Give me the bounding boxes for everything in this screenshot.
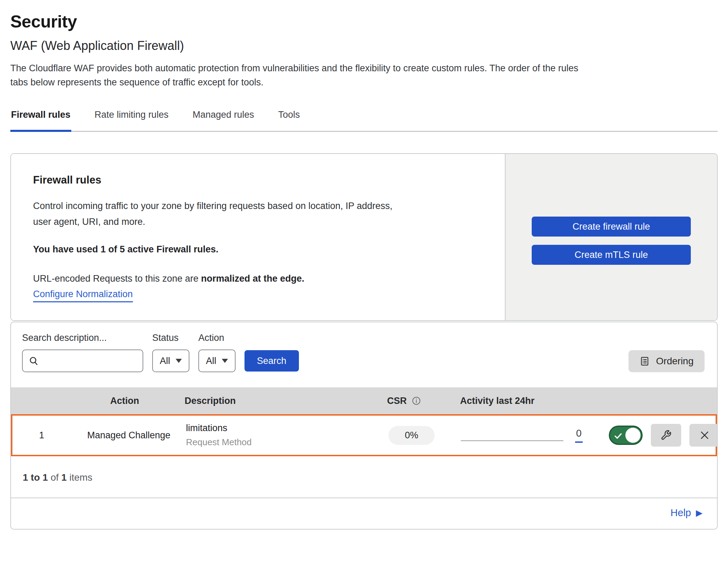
pagination-summary: 1 to 1 of 1 items: [11, 456, 717, 498]
csr-badge: 0%: [388, 426, 435, 445]
rule-csr-cell: 0%: [374, 426, 457, 445]
pagination-items: items: [69, 472, 92, 483]
activity-count-link[interactable]: 0: [575, 428, 583, 443]
create-mtls-rule-button[interactable]: Create mTLS rule: [532, 245, 691, 265]
rule-expression: Request Method: [186, 437, 374, 448]
create-firewall-rule-button[interactable]: Create firewall rule: [532, 217, 691, 237]
pagination-count: 1: [61, 472, 67, 483]
page-description: The Cloudflare WAF provides both automat…: [10, 61, 718, 90]
search-button[interactable]: Search: [245, 350, 299, 372]
configure-normalization-link[interactable]: Configure Normalization: [33, 289, 133, 302]
card-actions-panel: Create firewall rule Create mTLS rule: [505, 154, 717, 320]
search-icon: [28, 355, 39, 366]
search-label: Search description...: [22, 333, 143, 343]
tab-rate-limiting-rules[interactable]: Rate limiting rules: [94, 105, 169, 132]
rules-tab-bar: Firewall rules Rate limiting rules Manag…: [10, 105, 718, 132]
check-icon: [614, 431, 623, 440]
rule-description-cell: limitations Request Method: [181, 418, 374, 452]
rule-action: Managed Challenge: [71, 430, 181, 441]
delete-rule-button[interactable]: [689, 424, 718, 447]
card-description: Control incoming traffic to your zone by…: [33, 198, 483, 230]
action-dropdown-value: All: [206, 356, 216, 366]
wrench-icon: [661, 430, 672, 441]
page-title: Security: [10, 12, 718, 32]
edit-rule-button[interactable]: [651, 424, 681, 447]
search-input[interactable]: [39, 355, 137, 367]
rule-activity-cell: 0: [457, 428, 601, 443]
normalization-note-prefix: URL-encoded Requests to this zone are: [33, 273, 201, 284]
close-icon: [699, 430, 710, 441]
help-bar: Help ▶: [11, 498, 717, 529]
rule-priority: 1: [12, 430, 71, 441]
normalization-note-bold: normalized at the edge.: [201, 273, 304, 284]
normalization-note: URL-encoded Requests to this zone are no…: [33, 273, 483, 284]
pagination-range: 1 to 1: [23, 472, 48, 483]
filter-bar: Search description... Status All Action: [11, 322, 717, 387]
toggle-knob: [625, 428, 641, 443]
chevron-down-icon: [176, 359, 182, 363]
action-column-header: Action: [70, 396, 180, 406]
status-dropdown-value: All: [160, 356, 170, 366]
action-label: Action: [198, 333, 236, 343]
rule-enabled-toggle[interactable]: [609, 426, 643, 445]
help-arrow-icon: ▶: [696, 508, 703, 518]
help-link[interactable]: Help ▶: [670, 507, 703, 519]
page-subtitle: WAF (Web Application Firewall): [10, 39, 718, 53]
info-icon[interactable]: [412, 396, 421, 406]
help-link-label: Help: [670, 507, 691, 519]
search-filter-group: Search description...: [22, 333, 143, 372]
page-description-line2: tabs below represents the sequence of tr…: [10, 77, 263, 87]
ordering-button-label: Ordering: [656, 356, 694, 367]
card-description-line1: Control incoming traffic to your zone by…: [33, 201, 393, 211]
usage-summary: You have used 1 of 5 active Firewall rul…: [33, 244, 483, 255]
action-filter-group: Action All: [198, 333, 236, 372]
rule-controls: [601, 424, 718, 447]
firewall-rules-card: Firewall rules Control incoming traffic …: [10, 153, 718, 321]
status-dropdown[interactable]: All: [152, 349, 189, 372]
description-column-header: Description: [180, 396, 373, 406]
security-waf-page: Security WAF (Web Application Firewall) …: [0, 0, 728, 564]
page-description-line1: The Cloudflare WAF provides both automat…: [10, 63, 578, 73]
tab-firewall-rules[interactable]: Firewall rules: [10, 105, 71, 132]
activity-column-header: Activity last 24hr: [455, 396, 600, 406]
status-filter-group: Status All: [152, 333, 189, 372]
search-box[interactable]: [22, 349, 143, 372]
status-label: Status: [152, 333, 189, 343]
card-description-line2: user agent, URI, and more.: [33, 217, 145, 227]
ordering-list-icon: [639, 356, 650, 366]
tab-tools[interactable]: Tools: [278, 105, 301, 132]
ordering-button[interactable]: Ordering: [628, 350, 705, 372]
firewall-rule-row[interactable]: 1 Managed Challenge limitations Request …: [11, 414, 717, 456]
tab-managed-rules[interactable]: Managed rules: [192, 105, 255, 132]
firewall-rules-card-content: Firewall rules Control incoming traffic …: [11, 154, 505, 320]
action-dropdown[interactable]: All: [198, 349, 236, 372]
card-heading: Firewall rules: [33, 174, 483, 186]
table-header-row: Action Description CSR Activity last 24h…: [11, 387, 717, 414]
chevron-down-icon: [222, 359, 228, 363]
csr-column-header-label: CSR: [387, 396, 407, 406]
pagination-of: of: [51, 472, 59, 483]
activity-sparkline: [461, 440, 563, 441]
rules-list-card: Search description... Status All Action: [10, 322, 718, 530]
csr-column-header: CSR: [373, 396, 455, 406]
rule-description: limitations: [186, 423, 374, 434]
